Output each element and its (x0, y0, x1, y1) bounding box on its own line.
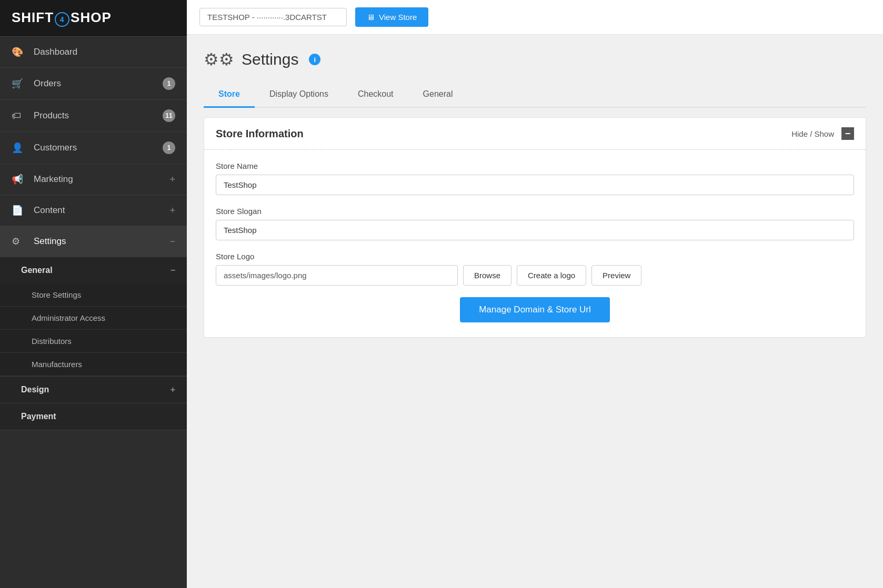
store-name-label: Store Name (216, 161, 854, 170)
store-slogan-input[interactable] (216, 220, 854, 240)
nav-label-orders: Orders (34, 78, 163, 89)
submenu-header-design[interactable]: Design + (0, 377, 187, 403)
page-title: Settings (242, 50, 298, 68)
settings-icon: ⚙ (12, 236, 26, 247)
design-expand-icon: + (170, 385, 175, 394)
marketing-icon: 📢 (12, 174, 26, 185)
card-title: Store Information (216, 128, 791, 140)
submenu-header-general[interactable]: General − (0, 257, 187, 283)
content-icon: 📄 (12, 205, 26, 216)
preview-button[interactable]: Preview (591, 265, 641, 286)
orders-badge: 1 (163, 77, 175, 90)
monitor-icon: 🖥 (367, 13, 375, 22)
store-logo-group: Store Logo Browse Create a logo Preview (216, 252, 854, 286)
store-logo-label: Store Logo (216, 252, 854, 261)
customers-badge: 1 (163, 141, 175, 154)
card-header: Store Information Hide / Show − (204, 118, 866, 150)
store-url-display: TESTSHOP - ············.3DCARTST (199, 8, 347, 26)
submenu-item-distributors[interactable]: Distributors (0, 330, 187, 353)
orders-icon: 🛒 (12, 78, 26, 89)
tab-general[interactable]: General (408, 82, 468, 108)
logo-row: Browse Create a logo Preview (216, 265, 854, 286)
nav-item-marketing[interactable]: 📢 Marketing + (0, 164, 187, 195)
sidebar: SHIFT4SHOP 🎨 Dashboard 🛒 Orders 1 🏷 Prod… (0, 0, 187, 588)
settings-submenu: General − Store Settings Administrator A… (0, 257, 187, 430)
submenu-design-label: Design (21, 385, 49, 394)
customers-icon: 👤 (12, 142, 26, 154)
nav-item-products[interactable]: 🏷 Products 11 (0, 100, 187, 132)
settings-page-icon: ⚙⚙ (204, 49, 234, 69)
products-badge: 11 (163, 109, 175, 122)
browse-button[interactable]: Browse (463, 265, 511, 286)
submenu-header-payment[interactable]: Payment (0, 403, 187, 430)
tab-checkout[interactable]: Checkout (343, 82, 408, 108)
main-area: TESTSHOP - ············.3DCARTST 🖥 View … (187, 0, 883, 588)
general-collapse-icon: − (170, 266, 175, 275)
store-logo-path-input[interactable] (216, 265, 458, 286)
topbar: TESTSHOP - ············.3DCARTST 🖥 View … (187, 0, 883, 35)
settings-expand-icon: − (169, 236, 175, 247)
nav-label-content: Content (34, 205, 165, 216)
logo-text: SHIFT4SHOP (12, 9, 112, 27)
page-content: ⚙⚙ Settings i Store Display Options Chec… (187, 35, 883, 588)
manage-domain-button[interactable]: Manage Domain & Store Url (460, 297, 610, 322)
submenu-general-label: General (21, 266, 53, 275)
nav-label-customers: Customers (34, 143, 163, 153)
tab-display-options[interactable]: Display Options (255, 82, 343, 108)
store-slogan-label: Store Slogan (216, 207, 854, 216)
submenu-payment-label: Payment (21, 412, 56, 421)
products-icon: 🏷 (12, 110, 26, 121)
create-logo-button[interactable]: Create a logo (517, 265, 586, 286)
collapse-button[interactable]: − (841, 127, 854, 140)
dashboard-icon: 🎨 (12, 46, 26, 58)
logo: SHIFT4SHOP (0, 0, 187, 37)
info-icon[interactable]: i (309, 54, 320, 65)
marketing-expand-icon: + (169, 174, 175, 185)
submenu-item-administrator-access[interactable]: Administrator Access (0, 307, 187, 330)
tab-store[interactable]: Store (204, 82, 255, 108)
nav-label-products: Products (34, 110, 163, 121)
store-name-group: Store Name (216, 161, 854, 195)
card-body: Store Name Store Slogan Store Logo Brows… (204, 150, 866, 337)
nav-label-dashboard: Dashboard (34, 47, 175, 57)
nav-item-dashboard[interactable]: 🎨 Dashboard (0, 37, 187, 68)
store-information-card: Store Information Hide / Show − Store Na… (204, 117, 866, 338)
nav-item-customers[interactable]: 👤 Customers 1 (0, 132, 187, 164)
submenu-group-general: General − Store Settings Administrator A… (0, 257, 187, 377)
content-expand-icon: + (169, 205, 175, 216)
nav-item-settings[interactable]: ⚙ Settings − (0, 226, 187, 257)
view-store-button[interactable]: 🖥 View Store (355, 7, 428, 27)
nav-label-settings: Settings (34, 236, 165, 247)
nav-label-marketing: Marketing (34, 174, 165, 185)
submenu-group-design: Design + (0, 377, 187, 403)
nav-item-content[interactable]: 📄 Content + (0, 195, 187, 226)
view-store-label: View Store (379, 13, 417, 22)
logo-number: 4 (55, 12, 69, 27)
store-slogan-group: Store Slogan (216, 207, 854, 240)
submenu-group-payment: Payment (0, 403, 187, 430)
nav-item-orders[interactable]: 🛒 Orders 1 (0, 68, 187, 100)
settings-tabs: Store Display Options Checkout General (204, 82, 866, 108)
hide-show-link[interactable]: Hide / Show (791, 129, 834, 138)
store-name-input[interactable] (216, 175, 854, 195)
submenu-item-store-settings[interactable]: Store Settings (0, 283, 187, 307)
general-submenu-items: Store Settings Administrator Access Dist… (0, 283, 187, 376)
page-header: ⚙⚙ Settings i (204, 49, 866, 69)
submenu-item-manufacturers[interactable]: Manufacturers (0, 353, 187, 376)
